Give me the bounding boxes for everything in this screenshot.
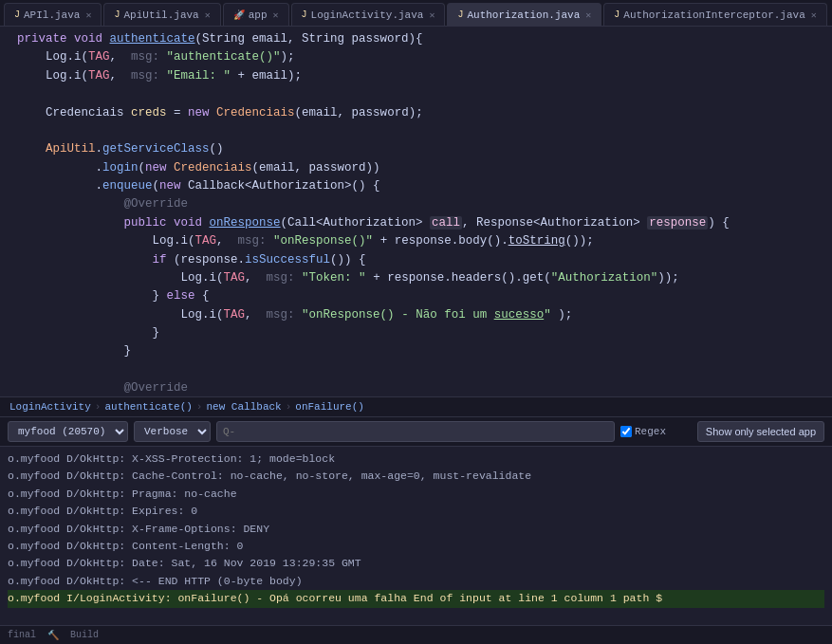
breadcrumb-onfailure: onFailure() xyxy=(295,401,364,413)
code-line: @Override xyxy=(9,195,832,213)
code-line: Log.i(TAG, msg: "onResponse()" + respons… xyxy=(9,232,832,250)
log-level-selector[interactable]: Verbose Debug Info Warn Error xyxy=(134,421,211,442)
regex-text: Regex xyxy=(635,426,666,437)
code-line: if (response.isSuccessful()) { xyxy=(9,251,832,269)
code-line: Log.i(TAG, msg: "Token: " + response.hea… xyxy=(9,269,832,287)
log-line: o.myfood D/OkHttp: Expires: 0 xyxy=(8,503,824,520)
tab-app[interactable]: 🚀 app ✕ xyxy=(223,3,289,26)
close-icon[interactable]: ✕ xyxy=(429,9,434,21)
regex-checkbox[interactable] xyxy=(620,426,632,437)
log-line: o.myfood D/OkHttp: X-Frame-Options: DENY xyxy=(8,521,824,538)
close-icon[interactable]: ✕ xyxy=(273,9,279,21)
breadcrumb-sep-3: › xyxy=(286,401,292,413)
code-line: } xyxy=(9,324,832,342)
java-icon: J xyxy=(302,9,307,20)
code-line: } xyxy=(9,342,832,360)
build-icon: 🔨 xyxy=(47,630,59,641)
tab-loginactivity[interactable]: J LoginActivity.java ✕ xyxy=(291,3,446,26)
breadcrumb-sep-2: › xyxy=(196,401,203,413)
log-line: o.myfood D/OkHttp: <-- END HTTP (0-byte … xyxy=(8,573,824,590)
log-line: o.myfood D/OkHttp: Pragma: no-cache xyxy=(8,486,824,503)
code-line: Log.i(TAG, msg: "Email: " + email); xyxy=(9,67,832,85)
status-build: Build xyxy=(70,630,99,640)
tab-authorizationinterceptor[interactable]: J AuthorizationInterceptor.java ✕ xyxy=(603,3,826,26)
tab-label: Authorization.java xyxy=(467,9,580,21)
status-final: final xyxy=(8,630,36,640)
close-icon[interactable]: ✕ xyxy=(811,9,817,21)
breadcrumb-loginactivity: LoginActivity xyxy=(9,401,91,413)
code-line: ApiUtil.getServiceClass() xyxy=(9,140,832,158)
log-line: o.myfood D/OkHttp: X-XSS-Protection: 1; … xyxy=(8,451,824,468)
tab-label: LoginActivity.java xyxy=(311,9,424,21)
code-line: .login(new Credenciais(email, password)) xyxy=(9,159,832,177)
regex-label: Regex xyxy=(620,426,666,437)
close-icon[interactable]: ✕ xyxy=(585,9,591,21)
breadcrumb-authenticate: authenticate() xyxy=(104,401,192,413)
log-output: o.myfood D/OkHttp: X-XSS-Protection: 1; … xyxy=(0,447,832,625)
code-editor: private void authenticate(String email, … xyxy=(0,27,832,396)
close-icon[interactable]: ✕ xyxy=(85,9,91,21)
code-line: .enqueue(new Callback<Authorization>() { xyxy=(9,177,832,195)
java-icon: J xyxy=(614,9,619,20)
breadcrumb-callback: new Callback xyxy=(206,401,281,413)
code-line: Log.i(TAG, msg: "authenticate()"); xyxy=(9,48,832,66)
code-line: @Override xyxy=(9,379,832,396)
logcat-toolbar: myfood (20570) Verbose Debug Info Warn E… xyxy=(0,417,832,447)
show-selected-app-button[interactable]: Show only selected app xyxy=(697,421,824,442)
log-line: o.myfood D/OkHttp: Date: Sat, 16 Nov 201… xyxy=(8,555,824,572)
java-icon: J xyxy=(114,9,120,20)
tab-apiutil[interactable]: J ApiUtil.java ✕ xyxy=(103,3,220,26)
log-line: o.myfood D/OkHttp: Cache-Control: no-cac… xyxy=(8,468,824,485)
code-line: Log.i(TAG, msg: "onResponse() - Não foi … xyxy=(9,306,832,324)
log-line: o.myfood D/OkHttp: Content-Length: 0 xyxy=(8,538,824,555)
code-content: private void authenticate(String email, … xyxy=(0,30,832,396)
code-line xyxy=(9,361,832,379)
close-icon[interactable]: ✕ xyxy=(205,9,211,21)
java-icon: J xyxy=(457,9,463,20)
tab-authorization[interactable]: J Authorization.java ✕ xyxy=(447,3,601,26)
tab-label: APIl.java xyxy=(24,9,80,21)
tab-apijava[interactable]: J APIl.java ✕ xyxy=(4,3,102,26)
app-icon: 🚀 xyxy=(233,9,245,21)
code-line: Credenciais creds = new Credenciais(emai… xyxy=(9,104,832,122)
tab-label: ApiUtil.java xyxy=(123,9,198,21)
code-line xyxy=(9,122,832,140)
code-line xyxy=(9,85,832,103)
logcat-panel: myfood (20570) Verbose Debug Info Warn E… xyxy=(0,416,832,625)
logcat-search-input[interactable] xyxy=(216,421,615,442)
code-line: } else { xyxy=(9,287,832,305)
breadcrumb: LoginActivity › authenticate() › new Cal… xyxy=(0,396,832,416)
status-bar: final 🔨 Build xyxy=(0,625,832,644)
app-selector[interactable]: myfood (20570) xyxy=(8,421,128,442)
code-line: private void authenticate(String email, … xyxy=(9,30,832,48)
java-icon: J xyxy=(14,9,20,20)
code-line: public void onResponse(Call<Authorizatio… xyxy=(9,214,832,232)
tab-label: app xyxy=(249,9,268,21)
tab-bar: J APIl.java ✕ J ApiUtil.java ✕ 🚀 app ✕ J… xyxy=(0,0,832,27)
log-line-error: o.myfood I/LoginActivity: onFailure() - … xyxy=(8,590,824,607)
tab-label: AuthorizationInterceptor.java xyxy=(623,9,804,21)
breadcrumb-sep-1: › xyxy=(95,401,102,413)
